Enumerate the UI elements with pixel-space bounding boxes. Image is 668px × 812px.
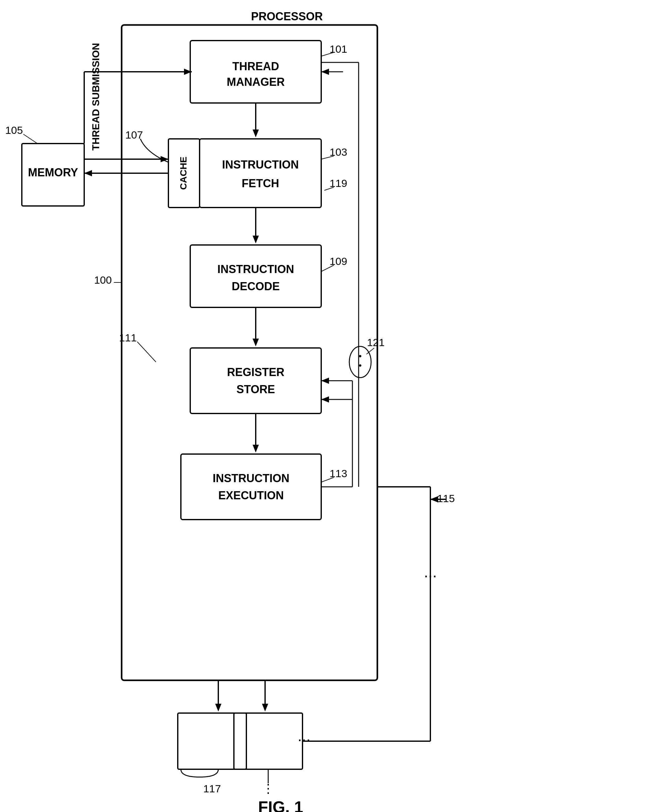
cache-label: CACHE xyxy=(178,157,189,190)
instruction-execution-label-2: EXECUTION xyxy=(218,489,284,502)
thread-manager-label-1: THREAD xyxy=(232,60,279,73)
ref-115: 115 xyxy=(437,492,455,504)
thread-manager-label-2: MANAGER xyxy=(227,75,285,88)
diagram-container: PROCESSOR THREAD MANAGER 101 CACHE INSTR… xyxy=(0,0,668,812)
ref-105: 105 xyxy=(5,124,23,136)
instruction-fetch-label-1: INSTRUCTION xyxy=(222,158,299,171)
ellipsis-121: • xyxy=(359,351,362,361)
bottom-vdots: ⋮ xyxy=(262,782,274,795)
right-ellipsis: ... xyxy=(424,563,437,581)
instruction-fetch-label-2: FETCH xyxy=(242,177,279,190)
ref-100: 100 xyxy=(94,274,112,286)
ref-119: 119 xyxy=(330,177,347,189)
instruction-decode-label-2: DECODE xyxy=(232,280,280,293)
ref-109: 109 xyxy=(330,255,347,267)
ref-121: 121 xyxy=(367,337,385,348)
memory-label: MEMORY xyxy=(28,166,78,179)
instruction-execution-label-1: INSTRUCTION xyxy=(213,472,289,485)
processor-label: PROCESSOR xyxy=(251,10,323,23)
ellipsis-121b: • xyxy=(359,360,362,370)
ref-113: 113 xyxy=(330,467,347,479)
ref-117: 117 xyxy=(203,783,221,795)
bottom-ellipsis: ... xyxy=(297,727,311,745)
register-store-label-1: REGISTER xyxy=(227,366,284,378)
figure-label: FIG. 1 xyxy=(258,798,303,812)
ref-111: 111 xyxy=(119,332,137,343)
register-store-label-2: STORE xyxy=(236,383,275,396)
thread-submission-label: THREAD SUBMISSION xyxy=(90,43,101,151)
instruction-decode-label-1: INSTRUCTION xyxy=(217,263,294,276)
